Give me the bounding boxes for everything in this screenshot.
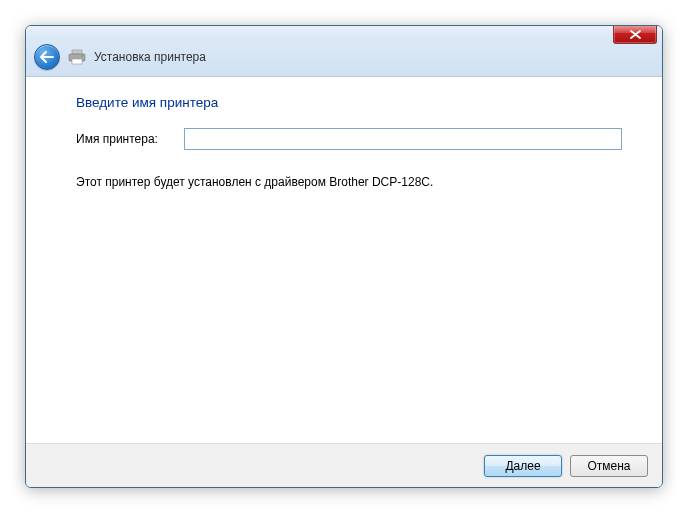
svg-point-3 (81, 55, 83, 57)
printer-name-label: Имя принтера: (76, 132, 184, 146)
cancel-button[interactable]: Отмена (570, 455, 648, 477)
printer-name-row: Имя принтера: (76, 128, 622, 150)
next-button[interactable]: Далее (484, 455, 562, 477)
button-bar: Далее Отмена (26, 443, 662, 487)
svg-rect-0 (72, 50, 82, 54)
printer-name-input[interactable] (184, 128, 622, 150)
back-button[interactable] (34, 44, 60, 70)
wizard-window: Установка принтера Введите имя принтера … (25, 25, 663, 488)
printer-icon (68, 49, 86, 65)
titlebar (26, 26, 662, 37)
content-area: Введите имя принтера Имя принтера: Этот … (26, 77, 662, 443)
back-arrow-icon (40, 51, 54, 63)
header-title: Установка принтера (94, 50, 206, 64)
close-icon (630, 30, 641, 39)
page-heading: Введите имя принтера (76, 95, 622, 110)
svg-rect-2 (72, 59, 82, 64)
header-strip: Установка принтера (26, 37, 662, 77)
close-button[interactable] (613, 25, 657, 44)
driver-info-text: Этот принтер будет установлен с драйверо… (76, 174, 622, 191)
